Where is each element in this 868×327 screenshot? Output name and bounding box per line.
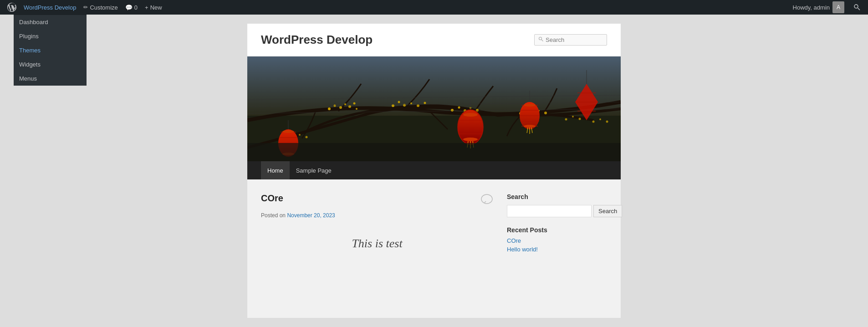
site-title[interactable]: WordPress Develop [261,33,373,47]
recent-posts-widget: Recent Posts COre Hello world! [507,226,607,253]
dropdown-item-dashboard[interactable]: Dashboard [14,15,87,29]
svg-point-19 [424,102,426,104]
adminbar-customize[interactable]: ✏ Customize [80,0,121,15]
dropdown-item-themes[interactable]: Themes [14,43,87,57]
adminbar-new[interactable]: + New [141,0,166,15]
svg-point-34 [572,116,574,118]
header-search-box [534,34,607,46]
post-title[interactable]: COre [261,193,283,204]
adminbar-site-name[interactable]: WordPress Develop [20,0,80,15]
site-dropdown-menu: Dashboard Plugins Themes Widgets Menus [14,15,87,86]
post-content-preview: This is test [261,228,493,260]
svg-point-61 [282,130,294,133]
dropdown-item-menus[interactable]: Menus [14,72,87,86]
svg-point-15 [398,101,400,103]
svg-point-82 [481,194,492,204]
dropdown-item-plugins[interactable]: Plugins [14,29,87,43]
svg-point-10 [344,103,346,105]
svg-point-50 [463,113,478,117]
adminbar-user-menu[interactable]: Howdy, admin A [789,1,848,13]
site-nav: Home Sample Page [247,161,621,179]
svg-point-76 [524,104,536,107]
svg-line-1 [858,8,860,10]
svg-point-37 [599,118,601,120]
comment-bubble-icon[interactable] [480,193,493,209]
svg-point-77 [524,125,536,128]
svg-point-38 [606,121,608,123]
svg-point-2 [539,37,542,40]
comments-icon: 💬 [125,4,133,11]
post-date-link[interactable]: November 20, 2023 [287,212,335,219]
adminbar-comments[interactable]: 💬 0 [122,0,141,15]
dropdown-item-widgets[interactable]: Widgets [14,57,87,72]
svg-point-0 [854,5,858,8]
header-search-input[interactable] [546,36,600,43]
svg-point-51 [463,138,478,141]
svg-point-13 [356,108,357,110]
svg-point-24 [476,109,479,112]
plus-icon: + [145,4,148,11]
svg-point-12 [353,102,356,105]
avatar: A [832,1,844,13]
svg-point-21 [458,107,460,109]
sidebar-search-input[interactable] [507,205,592,217]
svg-point-18 [417,104,419,107]
svg-point-16 [403,104,406,107]
search-widget: Search Search [507,193,607,217]
adminbar-search-button[interactable] [850,0,864,15]
adminbar-wp-logo[interactable] [4,0,20,15]
svg-point-20 [451,109,454,112]
site-container: WordPress Develop [247,24,621,318]
svg-point-35 [579,118,581,120]
post-header: COre [261,193,493,209]
post-meta: Posted on November 20, 2023 [261,212,493,219]
svg-point-29 [544,112,547,114]
main-content: COre Posted on November 20, 2023 This is… [261,193,493,262]
admin-bar: WordPress Develop ✏ Customize 💬 0 + New … [0,0,868,15]
page-wrapper: WordPress Develop [0,15,868,327]
sidebar: Search Search Recent Posts COre Hello wo… [507,193,607,262]
header-search-icon [538,36,544,43]
svg-point-17 [410,102,412,104]
sidebar-search-button[interactable]: Search [593,205,622,217]
nav-item-sample-page[interactable]: Sample Page [290,161,338,179]
svg-point-31 [299,134,301,136]
content-area: COre Posted on November 20, 2023 This is… [247,179,621,276]
nav-item-home[interactable]: Home [261,161,290,179]
search-widget-title: Search [507,193,607,200]
recent-post-link-0[interactable]: COre [507,237,607,244]
site-hero-image [247,56,621,161]
search-widget-form: Search [507,205,607,217]
site-header: WordPress Develop [247,24,621,56]
svg-point-11 [348,105,351,108]
svg-rect-81 [247,143,621,161]
recent-post-link-1[interactable]: Hello world! [507,246,607,253]
customize-icon: ✏ [83,4,88,10]
svg-point-33 [565,118,567,121]
svg-line-3 [541,40,543,41]
recent-posts-widget-title: Recent Posts [507,226,607,234]
svg-point-7 [328,107,331,110]
svg-point-32 [306,136,308,138]
svg-point-36 [592,121,595,123]
svg-point-9 [339,106,342,109]
